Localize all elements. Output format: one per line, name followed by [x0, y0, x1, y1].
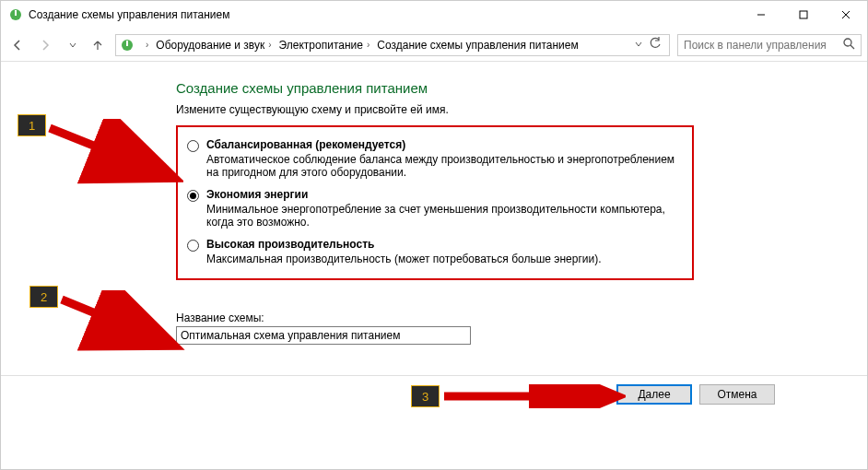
svg-line-9: [850, 45, 854, 49]
plan-saver[interactable]: Экономия энергии Минимальное энергопотре…: [187, 188, 683, 229]
annotation-arrow-3: [441, 384, 626, 408]
maximize-button[interactable]: [782, 1, 825, 29]
titlebar: Создание схемы управления питанием: [1, 1, 867, 29]
crumb-root-chevron[interactable]: ›: [138, 40, 152, 50]
breadcrumb[interactable]: › Оборудование и звук› Электропитание› С…: [115, 34, 670, 56]
name-label: Название схемы:: [176, 311, 839, 324]
annotation-badge-3: 3: [411, 385, 440, 407]
annotation-arrow-2: [57, 290, 186, 359]
crumb-power[interactable]: Электропитание›: [276, 39, 374, 52]
window-title: Создание схемы управления питанием: [29, 8, 740, 21]
plan-high[interactable]: Высокая производительность Максимальная …: [187, 238, 683, 265]
plans-group: Сбалансированная (рекомендуется) Автомат…: [176, 125, 694, 280]
plan-name-input[interactable]: [176, 326, 471, 345]
plan-balanced-desc: Автоматическое соблюдение баланса между …: [206, 153, 683, 179]
close-button[interactable]: [825, 1, 867, 29]
power-icon: [120, 38, 135, 53]
search-icon[interactable]: [843, 38, 855, 53]
refresh-icon[interactable]: [649, 37, 662, 53]
plan-high-title: Высокая производительность: [206, 238, 683, 251]
plan-balanced[interactable]: Сбалансированная (рекомендуется) Автомат…: [187, 138, 683, 179]
name-section: Название схемы:: [176, 311, 839, 345]
radio-saver[interactable]: [187, 190, 199, 202]
back-button[interactable]: [6, 34, 29, 56]
radio-high[interactable]: [187, 240, 199, 252]
minimize-button[interactable]: [740, 1, 782, 29]
radio-balanced[interactable]: [187, 140, 199, 152]
plan-saver-desc: Минимальное энергопотребление за счет ум…: [206, 203, 683, 229]
breadcrumb-dropdown-icon[interactable]: [634, 39, 643, 52]
annotation-arrow-1: [45, 119, 183, 193]
svg-rect-7: [126, 41, 128, 46]
svg-line-13: [62, 300, 170, 344]
annotation-badge-2: 2: [29, 286, 58, 308]
divider: [1, 375, 867, 376]
navbar: › Оборудование и звук› Электропитание› С…: [1, 29, 867, 62]
next-button[interactable]: Далее: [616, 384, 692, 405]
search-input[interactable]: [684, 39, 843, 52]
svg-rect-1: [15, 10, 17, 16]
plan-high-desc: Максимальная производительность (может п…: [206, 253, 683, 265]
svg-point-8: [844, 39, 851, 46]
forward-button[interactable]: [34, 34, 56, 56]
crumb-hardware[interactable]: Оборудование и звук›: [152, 39, 275, 52]
page-subhead: Измените существующую схему и присвойте …: [176, 103, 839, 116]
up-button[interactable]: [89, 34, 106, 56]
cancel-button[interactable]: Отмена: [699, 384, 775, 405]
plan-balanced-title: Сбалансированная (рекомендуется): [206, 138, 683, 151]
window-controls: [740, 1, 867, 29]
svg-line-11: [50, 128, 170, 176]
app-icon: [8, 7, 23, 22]
recent-dropdown[interactable]: [62, 34, 84, 56]
crumb-create-plan[interactable]: Создание схемы управления питанием: [373, 39, 581, 52]
page-heading: Создание схемы управления питанием: [176, 80, 839, 96]
plan-saver-title: Экономия энергии: [206, 188, 683, 201]
search-box[interactable]: [677, 34, 862, 56]
svg-rect-3: [800, 11, 807, 18]
annotation-badge-1: 1: [18, 114, 46, 136]
